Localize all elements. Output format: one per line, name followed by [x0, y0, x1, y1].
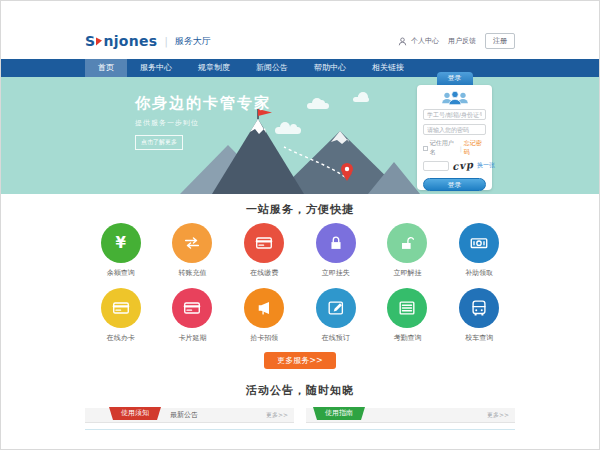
announcement-panel-left: 使用须知 最新公告 更多>> [85, 408, 294, 423]
service-item-label: 在线缴费 [250, 268, 278, 278]
service-item-6[interactable]: 在线办卡 [85, 288, 157, 343]
remember-row: 记住用户名 | 忘记密码 [423, 139, 486, 157]
services-title: 一站服务，方便快捷 [1, 202, 599, 217]
card-icon [101, 288, 141, 328]
captcha-image[interactable]: cvp [451, 159, 474, 172]
service-item-8[interactable]: 拾卡招领 [228, 288, 300, 343]
feedback-link[interactable]: 用户反馈 [448, 36, 476, 46]
service-item-label: 在线预订 [322, 333, 350, 343]
logo-arrow-icon [96, 37, 102, 46]
left-tabbar: 使用须知 最新公告 更多>> [85, 408, 294, 423]
transfer-icon [172, 223, 212, 263]
login-submit-button[interactable]: 登录 [423, 178, 486, 191]
nav: 首页服务中心规章制度新闻公告帮助中心相关链接 [1, 59, 599, 77]
header-inner: S njones | 服务大厅 个人中心 用户反馈 注册 [85, 1, 515, 59]
header-links: 个人中心 用户反馈 注册 [398, 33, 515, 49]
service-item-label: 立即解挂 [393, 268, 421, 278]
services-grid: ¥余额查询转账充值在线缴费立即挂失立即解挂补助领取在线办卡卡片延期拾卡招领在线预… [85, 223, 515, 343]
logo[interactable]: S njones | 服务大厅 [85, 33, 211, 49]
login-tab[interactable]: 登录 [437, 72, 473, 85]
bus-icon [459, 288, 499, 328]
users-group-icon [439, 90, 471, 106]
tab-user-guide[interactable]: 使用指南 [317, 407, 361, 420]
page: S njones | 服务大厅 个人中心 用户反馈 注册 首页服务中心规章制度新… [0, 0, 600, 450]
edit-icon [316, 288, 356, 328]
service-item-label: 拾卡招领 [250, 333, 278, 343]
card-icon [172, 288, 212, 328]
service-item-11[interactable]: 校车查询 [443, 288, 515, 343]
login-panel: 登录 记住用户名 | [417, 85, 492, 190]
service-item-7[interactable]: 卡片延期 [157, 288, 229, 343]
header: S njones | 服务大厅 个人中心 用户反馈 注册 [1, 1, 599, 59]
announcements-section: 活动公告，随时知晓 使用须知 最新公告 更多>> 使用指南 更多>> [1, 383, 599, 430]
service-item-9[interactable]: 在线预订 [300, 288, 372, 343]
service-item-label: 余额查询 [107, 268, 135, 278]
announcements-title: 活动公告，随时知晓 [1, 383, 599, 398]
nav-item-1[interactable]: 服务中心 [127, 59, 185, 77]
service-item-3[interactable]: 立即挂失 [300, 223, 372, 278]
username-input[interactable] [423, 109, 486, 120]
nav-item-2[interactable]: 规章制度 [185, 59, 243, 77]
captcha-row: cvp 换一张 [423, 160, 486, 171]
service-item-label: 转账充值 [178, 268, 206, 278]
hero-text: 你身边的卡管专家 提供服务一步到位 点击了解更多 [135, 94, 271, 150]
login-panel-body: 记住用户名 | 忘记密码 cvp 换一张 登录 [417, 85, 492, 191]
service-item-4[interactable]: 立即解挂 [372, 223, 444, 278]
cloud-icon [353, 97, 369, 102]
logo-text-rest: njones [103, 33, 157, 49]
megaphone-icon [244, 288, 284, 328]
tab-latest-announcements[interactable]: 最新公告 [170, 410, 198, 420]
password-input[interactable] [423, 124, 486, 135]
announcement-panels: 使用须知 最新公告 更多>> 使用指南 更多>> [85, 408, 515, 423]
service-item-label: 补助领取 [465, 268, 493, 278]
remember-checkbox[interactable] [423, 146, 428, 151]
right-tabbar: 使用指南 更多>> [306, 408, 515, 423]
user-icon [398, 37, 407, 46]
hero-cta-button[interactable]: 点击了解更多 [135, 135, 183, 150]
nav-item-0[interactable]: 首页 [85, 59, 127, 77]
services-section: 一站服务，方便快捷 ¥余额查询转账充值在线缴费立即挂失立即解挂补助领取在线办卡卡… [1, 202, 599, 369]
right-more-link[interactable]: 更多>> [487, 411, 509, 420]
service-item-label: 校车查询 [465, 333, 493, 343]
service-item-10[interactable]: 考勤查询 [372, 288, 444, 343]
divider: | [460, 145, 462, 152]
service-item-5[interactable]: 补助领取 [443, 223, 515, 278]
remember-label[interactable]: 记住用户名 [430, 139, 458, 157]
banknote-icon [459, 223, 499, 263]
service-item-2[interactable]: 在线缴费 [228, 223, 300, 278]
nav-item-4[interactable]: 帮助中心 [301, 59, 359, 77]
hero-banner: 你身边的卡管专家 提供服务一步到位 点击了解更多 [1, 77, 599, 194]
logo-text-s: S [85, 33, 95, 49]
more-services-button[interactable]: 更多服务>> [264, 352, 335, 369]
user-center-link[interactable]: 个人中心 [411, 36, 439, 46]
service-item-1[interactable]: 转账充值 [157, 223, 229, 278]
announcement-panel-right: 使用指南 更多>> [306, 408, 515, 423]
card-icon [244, 223, 284, 263]
lock-icon [316, 223, 356, 263]
service-item-0[interactable]: ¥余额查询 [85, 223, 157, 278]
left-more-link[interactable]: 更多>> [266, 411, 288, 420]
captcha-refresh-link[interactable]: 换一张 [477, 161, 495, 170]
service-item-label: 立即挂失 [322, 268, 350, 278]
service-item-label: 在线办卡 [107, 333, 135, 343]
register-button[interactable]: 注册 [485, 33, 515, 49]
nav-item-3[interactable]: 新闻公告 [243, 59, 301, 77]
forgot-password-link[interactable]: 忘记密码 [464, 139, 486, 157]
logo-divider: | [164, 36, 167, 47]
captcha-input[interactable] [423, 161, 449, 171]
yuan-icon: ¥ [101, 223, 141, 263]
service-item-label: 考勤查询 [393, 333, 421, 343]
tab-usage-notice[interactable]: 使用须知 [113, 407, 157, 420]
list-icon [387, 288, 427, 328]
hero-title: 你身边的卡管专家 [135, 94, 271, 113]
content-divider [85, 429, 515, 430]
unlock-icon [387, 223, 427, 263]
nav-item-5[interactable]: 相关链接 [359, 59, 417, 77]
service-item-label: 卡片延期 [178, 333, 206, 343]
hero-inner: 你身边的卡管专家 提供服务一步到位 点击了解更多 [85, 77, 515, 194]
hero-subtitle: 提供服务一步到位 [135, 118, 271, 128]
logo-tagline: 服务大厅 [175, 35, 211, 48]
